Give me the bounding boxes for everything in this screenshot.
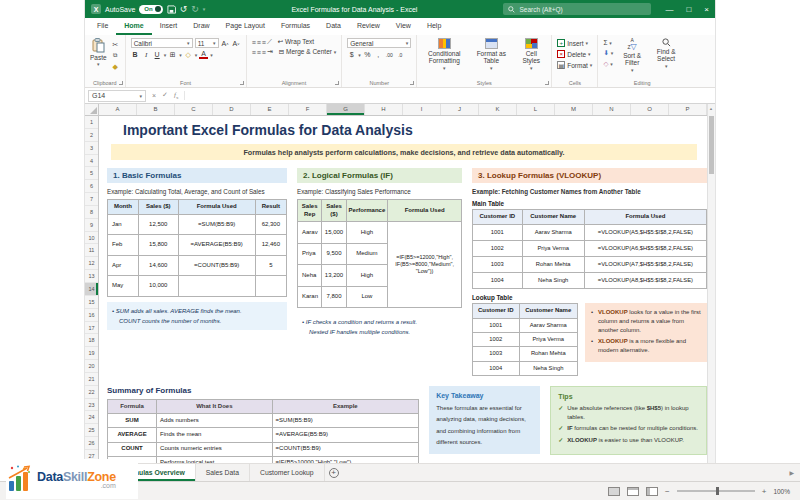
sheet-tab-customer-lookup[interactable]: Customer Lookup bbox=[250, 464, 325, 481]
paste-button[interactable]: Paste▾ bbox=[90, 38, 107, 68]
insert-cells-button[interactable]: +Insert▾ bbox=[557, 39, 592, 47]
format-as-table-button[interactable]: Format as Table▾ bbox=[472, 38, 510, 72]
cancel-entry-icon[interactable]: × bbox=[152, 92, 156, 99]
merge-center-button[interactable]: ⊟ Merge & Center ▾ bbox=[279, 48, 336, 56]
row-header-4[interactable]: 4 bbox=[85, 155, 98, 168]
align-left-icon[interactable]: ≡ bbox=[252, 49, 255, 56]
menu-tab-page-layout[interactable]: Page Layout bbox=[218, 18, 273, 35]
confirm-entry-icon[interactable]: ✓ bbox=[162, 91, 168, 99]
row-header-17[interactable]: 17 bbox=[85, 322, 98, 335]
scrollbar-thumb[interactable] bbox=[709, 116, 714, 174]
row-header-10[interactable]: 10 bbox=[85, 232, 98, 245]
sheet-tab-sales-data[interactable]: Sales Data bbox=[196, 464, 250, 481]
column-header-L[interactable]: L bbox=[517, 104, 555, 115]
vertical-scrollbar[interactable]: ▲ bbox=[707, 104, 715, 463]
column-header-O[interactable]: O bbox=[631, 104, 669, 115]
row-header-12[interactable]: 12 bbox=[85, 257, 98, 270]
fill-color-icon[interactable]: ◇ bbox=[184, 50, 193, 59]
number-format-select[interactable]: General▾ bbox=[347, 38, 411, 48]
redo-icon[interactable]: ↻ bbox=[191, 4, 199, 14]
zoom-slider[interactable] bbox=[677, 490, 755, 492]
decrease-font-icon[interactable]: A˅ bbox=[232, 39, 241, 48]
wrap-text-button[interactable]: ↩ Wrap Text bbox=[278, 38, 314, 46]
row-header-11[interactable]: 11 bbox=[85, 244, 98, 257]
zoom-in-button[interactable]: + bbox=[762, 487, 767, 496]
orientation-icon[interactable]: ⟋ bbox=[267, 38, 272, 46]
font-color-icon[interactable]: A bbox=[199, 51, 208, 59]
sort-filter-button[interactable]: AZ▽ Sort & Filter▾ bbox=[617, 38, 647, 74]
column-header-M[interactable]: M bbox=[555, 104, 593, 115]
row-header-3[interactable]: 3 bbox=[85, 142, 98, 155]
page-layout-view-icon[interactable] bbox=[627, 487, 639, 496]
currency-icon[interactable]: $ bbox=[347, 50, 356, 59]
font-name-select[interactable]: Calibri▾ bbox=[131, 38, 193, 48]
row-header-1[interactable]: 1 bbox=[85, 116, 98, 129]
copy-icon[interactable]: ⧉ bbox=[111, 51, 120, 60]
add-sheet-button[interactable]: + bbox=[325, 464, 343, 481]
format-painter-icon[interactable]: ◆ bbox=[111, 62, 120, 71]
menu-tab-data[interactable]: Data bbox=[318, 18, 349, 35]
underline-button[interactable]: U bbox=[153, 50, 162, 59]
increase-decimal-icon[interactable]: .00 bbox=[385, 50, 394, 59]
menu-tab-file[interactable]: File bbox=[89, 18, 116, 35]
normal-view-icon[interactable] bbox=[608, 487, 620, 496]
row-header-13[interactable]: 13 bbox=[85, 270, 98, 283]
row-header-19[interactable]: 19 bbox=[85, 347, 98, 360]
row-header-20[interactable]: 20 bbox=[85, 360, 98, 373]
row-header-18[interactable]: 18 bbox=[85, 334, 98, 347]
row-header-14[interactable]: 14 bbox=[85, 283, 98, 296]
page-break-view-icon[interactable] bbox=[646, 487, 658, 496]
row-header-5[interactable]: 5 bbox=[85, 167, 98, 180]
delete-cells-button[interactable]: ×Delete▾ bbox=[557, 50, 592, 58]
row-header-6[interactable]: 6 bbox=[85, 180, 98, 193]
column-header-P[interactable]: P bbox=[669, 104, 707, 115]
close-icon[interactable]: × bbox=[704, 5, 709, 14]
bold-button[interactable]: B bbox=[131, 50, 140, 59]
save-icon[interactable] bbox=[167, 5, 176, 14]
number-dialog-launcher[interactable] bbox=[410, 81, 414, 85]
find-select-button[interactable]: Find & Select▾ bbox=[651, 38, 681, 70]
formula-input[interactable] bbox=[185, 90, 715, 102]
row-header-15[interactable]: 15 bbox=[85, 296, 98, 309]
align-center-icon[interactable]: ≡ bbox=[257, 49, 260, 56]
column-header-D[interactable]: D bbox=[213, 104, 251, 115]
borders-icon[interactable]: ⊞ bbox=[168, 50, 177, 59]
minimize-icon[interactable]: — bbox=[665, 5, 673, 14]
autosum-button[interactable]: Σ ▾ bbox=[603, 39, 613, 46]
menu-tab-view[interactable]: View bbox=[388, 18, 419, 35]
align-middle-icon[interactable]: ≡ bbox=[257, 39, 260, 46]
row-header-25[interactable]: 25 bbox=[85, 424, 98, 437]
row-header-8[interactable]: 8 bbox=[85, 206, 98, 219]
row-header-16[interactable]: 16 bbox=[85, 309, 98, 322]
search-box[interactable]: Search (Alt+Q) bbox=[503, 3, 651, 15]
column-header-F[interactable]: F bbox=[289, 104, 327, 115]
comma-style-icon[interactable]: , bbox=[374, 50, 383, 59]
percent-icon[interactable]: % bbox=[363, 50, 372, 59]
row-header-7[interactable]: 7 bbox=[85, 193, 98, 206]
increase-font-icon[interactable]: A˄ bbox=[221, 39, 230, 48]
zoom-out-button[interactable]: − bbox=[665, 487, 670, 496]
row-header-9[interactable]: 9 bbox=[85, 219, 98, 232]
column-header-C[interactable]: C bbox=[175, 104, 213, 115]
column-header-K[interactable]: K bbox=[479, 104, 517, 115]
cell-styles-button[interactable]: Cell Styles▾ bbox=[516, 38, 546, 72]
paste-dropdown-icon[interactable]: ▾ bbox=[97, 62, 100, 68]
zoom-level[interactable]: 100% bbox=[773, 488, 790, 495]
menu-tab-help[interactable]: Help bbox=[419, 18, 449, 35]
styles-dialog-launcher[interactable] bbox=[545, 81, 549, 85]
row-header-21[interactable]: 21 bbox=[85, 373, 98, 386]
scroll-up-icon[interactable]: ▲ bbox=[709, 106, 713, 111]
menu-tab-draw[interactable]: Draw bbox=[185, 18, 217, 35]
fill-button[interactable]: ⬇ ▾ bbox=[603, 49, 613, 57]
insert-function-icon[interactable]: fx bbox=[174, 91, 178, 100]
menu-tab-home[interactable]: Home bbox=[116, 18, 151, 35]
menu-tab-insert[interactable]: Insert bbox=[152, 18, 186, 35]
column-header-A[interactable]: A bbox=[99, 104, 137, 115]
clipboard-dialog-launcher[interactable] bbox=[119, 81, 123, 85]
column-header-E[interactable]: E bbox=[251, 104, 289, 115]
column-header-I[interactable]: I bbox=[403, 104, 441, 115]
column-header-N[interactable]: N bbox=[593, 104, 631, 115]
row-header-24[interactable]: 24 bbox=[85, 411, 98, 424]
column-header-G[interactable]: G bbox=[327, 104, 365, 115]
decrease-decimal-icon[interactable]: .0 bbox=[396, 50, 405, 59]
